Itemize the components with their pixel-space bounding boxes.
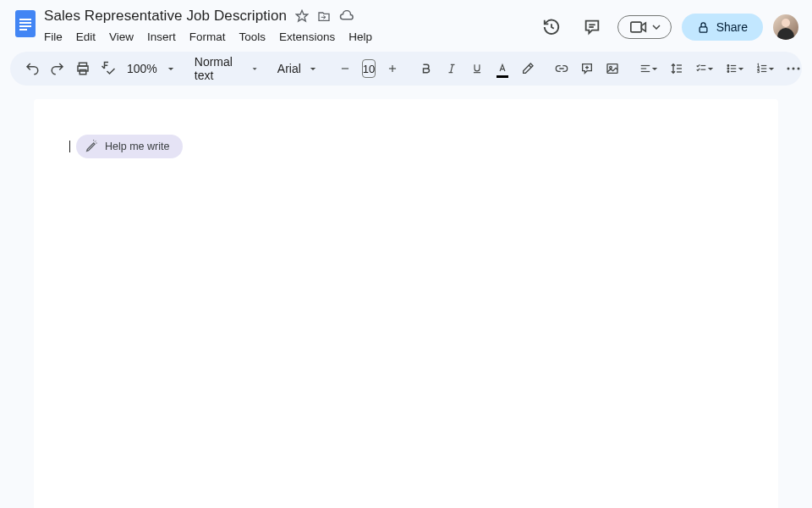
text-color-button[interactable] — [491, 57, 514, 80]
numbered-list-button[interactable]: 123 — [751, 57, 780, 80]
style-value: Normal text — [195, 55, 242, 82]
link-button[interactable] — [550, 57, 573, 80]
menu-format[interactable]: Format — [184, 29, 232, 45]
svg-text:3: 3 — [757, 69, 760, 74]
image-button[interactable] — [601, 57, 624, 80]
share-button[interactable]: Share — [682, 14, 763, 41]
document-title[interactable]: Sales Representative Job Description — [44, 8, 287, 25]
document-canvas[interactable] — [34, 99, 778, 508]
undo-button[interactable] — [20, 57, 44, 80]
zoom-dropdown[interactable]: 100% — [122, 62, 179, 75]
menu-tools[interactable]: Tools — [233, 29, 272, 45]
meet-button[interactable] — [617, 15, 672, 39]
more-button[interactable] — [782, 57, 805, 80]
menu-view[interactable]: View — [103, 29, 140, 45]
cloud-status-icon[interactable] — [339, 10, 354, 22]
font-size-decrease[interactable] — [333, 57, 357, 80]
svg-rect-3 — [19, 25, 31, 27]
font-value: Arial — [277, 62, 301, 75]
align-button[interactable] — [634, 57, 663, 80]
history-icon[interactable] — [536, 12, 567, 42]
style-dropdown[interactable]: Normal text — [189, 55, 262, 82]
highlight-button[interactable] — [516, 57, 540, 80]
header-actions: Share — [536, 7, 798, 42]
help-me-write-chip[interactable]: Help me write — [76, 135, 183, 158]
svg-rect-4 — [19, 29, 27, 30]
menu-file[interactable]: File — [44, 29, 69, 45]
underline-button[interactable] — [465, 57, 489, 80]
svg-point-44 — [787, 68, 790, 70]
svg-line-18 — [451, 64, 453, 72]
svg-point-45 — [793, 68, 795, 70]
star-icon[interactable] — [295, 9, 309, 23]
zoom-value: 100% — [127, 62, 157, 75]
video-icon — [630, 21, 647, 33]
lock-icon — [697, 21, 710, 34]
chevron-down-icon — [310, 67, 316, 71]
svg-point-32 — [727, 65, 729, 67]
chevron-down-icon — [651, 67, 658, 71]
italic-button[interactable] — [440, 57, 464, 80]
redo-button[interactable] — [46, 57, 69, 80]
font-size-increase[interactable] — [381, 57, 404, 80]
clear-formatting-button[interactable] — [807, 57, 812, 80]
font-size-input[interactable]: 10 — [362, 59, 376, 78]
svg-rect-9 — [700, 26, 707, 31]
header-main: Sales Representative Job Description Fil… — [44, 7, 529, 45]
move-icon[interactable] — [317, 9, 331, 23]
checklist-button[interactable] — [690, 57, 719, 80]
menu-help[interactable]: Help — [343, 29, 378, 45]
line-spacing-button[interactable] — [665, 57, 689, 80]
chevron-down-icon — [707, 67, 714, 71]
print-button[interactable] — [71, 57, 95, 80]
account-avatar[interactable] — [773, 14, 798, 40]
svg-point-46 — [798, 68, 800, 70]
svg-rect-2 — [19, 22, 31, 24]
menu-insert[interactable]: Insert — [141, 29, 182, 45]
text-cursor — [69, 141, 70, 152]
svg-point-34 — [727, 68, 729, 69]
svg-marker-5 — [296, 10, 307, 21]
font-dropdown[interactable]: Arial — [272, 62, 323, 75]
bold-button[interactable] — [414, 57, 438, 80]
help-write-label: Help me write — [105, 141, 169, 152]
toolbar: 100% Normal text Arial 10 — [10, 52, 802, 86]
svg-point-36 — [727, 71, 729, 73]
svg-point-23 — [610, 66, 612, 69]
menu-bar: File Edit View Insert Format Tools Exten… — [44, 29, 529, 45]
app-header: Sales Representative Job Description Fil… — [0, 0, 812, 45]
chevron-down-icon — [652, 25, 661, 30]
menu-extensions[interactable]: Extensions — [273, 29, 341, 45]
share-label: Share — [716, 20, 748, 34]
add-comment-button[interactable] — [575, 57, 599, 80]
comments-icon[interactable] — [577, 12, 607, 42]
chevron-down-icon — [768, 67, 775, 71]
menu-edit[interactable]: Edit — [70, 29, 102, 45]
toolbar-right — [807, 57, 812, 80]
svg-rect-8 — [630, 22, 641, 32]
chevron-down-icon — [167, 67, 174, 71]
pencil-icon — [85, 140, 98, 153]
text-color-swatch — [497, 75, 508, 78]
docs-logo-icon[interactable] — [14, 8, 37, 39]
bullet-list-button[interactable] — [721, 57, 749, 80]
title-row: Sales Representative Job Description — [44, 7, 529, 25]
spellcheck-button[interactable] — [96, 57, 120, 80]
chevron-down-icon — [252, 67, 257, 71]
svg-rect-1 — [19, 19, 31, 20]
chevron-down-icon — [738, 67, 744, 71]
